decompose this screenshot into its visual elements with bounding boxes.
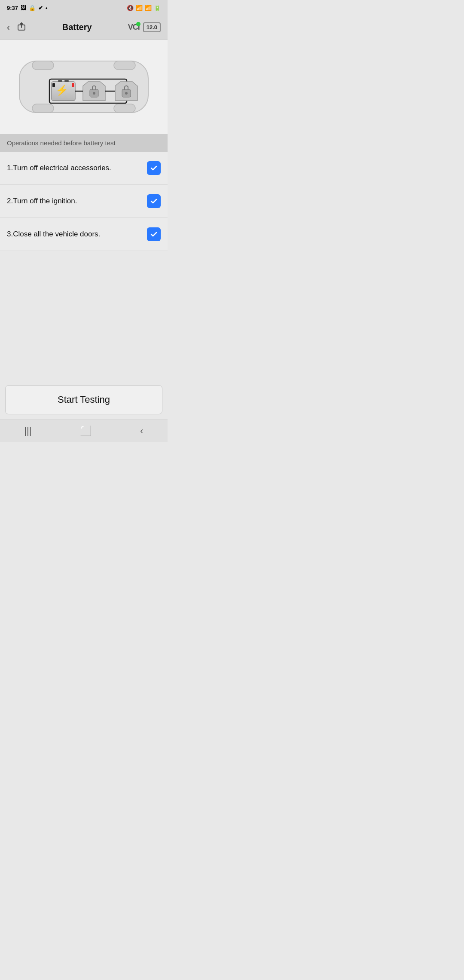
checklist-item-1: 1.Turn off electrical accessories. — [0, 152, 168, 185]
wifi-icon: 📶 — [136, 5, 143, 11]
svg-rect-11 — [52, 83, 55, 87]
photo-icon: 🖼 — [21, 5, 26, 11]
lock-icon: 🔒 — [29, 5, 36, 11]
svg-rect-10 — [72, 83, 74, 87]
operations-header: Operations needed before battery test — [0, 134, 168, 152]
header-right: VCI 12.0 — [128, 22, 161, 32]
battery-status-icon: 🔋 — [154, 5, 161, 11]
bottom-nav: ||| ⬜ ‹ — [0, 420, 168, 442]
car-svg: ⚡ — [11, 48, 157, 126]
svg-point-16 — [125, 92, 128, 95]
checkbox-2[interactable] — [147, 194, 161, 208]
svg-rect-4 — [32, 61, 54, 70]
signal-icon: 📶 — [145, 5, 152, 11]
status-left: 9:37 🖼 🔒 ✔ • — [7, 5, 48, 11]
svg-rect-8 — [58, 80, 62, 82]
checkbox-1[interactable] — [147, 161, 161, 175]
checklist-item-3-text: 3.Close all the vehicle doors. — [7, 230, 147, 239]
export-button[interactable] — [17, 21, 26, 33]
vci-badge: VCI — [128, 23, 140, 32]
header-left: ‹ — [7, 21, 26, 33]
dot-icon: • — [46, 5, 48, 11]
vci-connected-dot — [136, 22, 140, 26]
check-icon: ✔ — [38, 5, 43, 11]
svg-rect-5 — [114, 61, 135, 70]
status-bar: 9:37 🖼 🔒 ✔ • 🔇 📶 📶 🔋 — [0, 0, 168, 15]
home-icon: ⬜ — [80, 426, 92, 436]
checklist-item-1-text: 1.Turn off electrical accessories. — [7, 164, 147, 172]
battery-level-badge: 12.0 — [143, 22, 161, 32]
car-diagram: ⚡ — [0, 40, 168, 134]
empty-space — [0, 251, 168, 380]
status-right: 🔇 📶 📶 🔋 — [127, 5, 161, 11]
start-testing-button[interactable]: Start Testing — [5, 385, 162, 414]
status-time: 9:37 — [7, 5, 18, 11]
svg-rect-2 — [32, 104, 54, 113]
operations-label: Operations needed before battery test — [7, 139, 116, 147]
checklist: 1.Turn off electrical accessories. 2.Tur… — [0, 152, 168, 251]
page-title: Battery — [26, 22, 128, 32]
svg-point-14 — [93, 92, 95, 95]
mute-icon: 🔇 — [127, 5, 134, 11]
checkbox-3[interactable] — [147, 227, 161, 241]
menu-icon: ||| — [24, 426, 31, 436]
back-button[interactable]: ‹ — [7, 22, 10, 32]
svg-text:⚡: ⚡ — [55, 84, 68, 96]
back-nav-icon: ‹ — [140, 426, 143, 436]
nav-back-button[interactable]: ‹ — [130, 422, 153, 440]
checklist-item-2: 2.Turn off the ignition. — [0, 185, 168, 218]
svg-rect-3 — [114, 104, 135, 113]
header: ‹ Battery VCI 12.0 — [0, 15, 168, 40]
checklist-item-3: 3.Close all the vehicle doors. — [0, 218, 168, 251]
svg-rect-9 — [64, 80, 69, 82]
nav-menu-button[interactable]: ||| — [14, 422, 42, 440]
nav-home-button[interactable]: ⬜ — [70, 422, 102, 440]
checklist-item-2-text: 2.Turn off the ignition. — [7, 197, 147, 205]
